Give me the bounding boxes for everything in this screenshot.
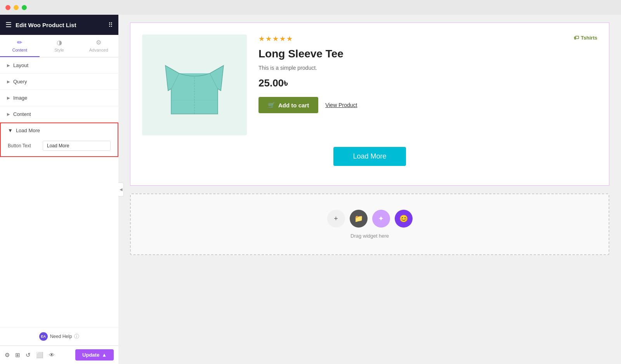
- star-4: ★: [279, 35, 286, 43]
- close-button[interactable]: [5, 5, 10, 10]
- category-icon: 🏷: [574, 35, 579, 41]
- ai-icon: 😊: [399, 214, 408, 223]
- price-amount: 25.00: [258, 77, 284, 89]
- ai-widget-button[interactable]: 😊: [395, 210, 413, 228]
- settings-icon[interactable]: ⚙: [5, 352, 10, 359]
- sidebar-sections: ▶ Layout ▶ Query ▶ Image ▶ Content ▼ Loa…: [0, 57, 118, 327]
- load-more-section-label: Load More: [16, 128, 40, 133]
- tab-advanced[interactable]: ⚙ Advanced: [79, 35, 118, 57]
- product-price: 25.00৳: [258, 77, 597, 89]
- help-icon: ⓘ: [74, 333, 79, 340]
- product-image-wrapper: [142, 35, 247, 135]
- image-arrow-icon: ▶: [7, 96, 10, 100]
- update-chevron-icon: ▲: [102, 352, 107, 358]
- button-text-field-row: Button Text: [8, 141, 111, 151]
- layout-arrow-icon: ▶: [7, 63, 10, 67]
- add-widget-button[interactable]: +: [327, 210, 345, 228]
- sidebar-tabs: ✏ Content ◑ Style ⚙ Advanced: [0, 35, 118, 57]
- history-icon[interactable]: ↺: [26, 352, 31, 359]
- titlebar: [0, 0, 621, 15]
- need-help-label: Need Help: [50, 334, 72, 339]
- product-description: This is a simple product.: [258, 65, 597, 71]
- product-image: [160, 46, 229, 124]
- tab-style[interactable]: ◑ Style: [40, 35, 79, 57]
- add-to-cart-button[interactable]: 🛒 Add to cart: [258, 97, 318, 113]
- product-section: ★ ★ ★ ★ ★ 🏷 Tshirts Long Sleeve Tee: [130, 22, 609, 186]
- eye-icon[interactable]: 👁: [49, 352, 55, 359]
- app-body: ☰ Edit Woo Product List ⠿ ✏ Content ◑ St…: [0, 15, 621, 364]
- button-text-input[interactable]: [43, 141, 111, 151]
- sidebar: ☰ Edit Woo Product List ⠿ ✏ Content ◑ St…: [0, 15, 118, 364]
- sidebar-header-left: ☰ Edit Woo Product List: [5, 21, 76, 29]
- style-tab-icon: ◑: [57, 39, 62, 46]
- sidebar-collapse-button[interactable]: ◀: [118, 183, 124, 197]
- product-card: ★ ★ ★ ★ ★ 🏷 Tshirts Long Sleeve Tee: [142, 35, 597, 135]
- need-help-section[interactable]: EA Need Help ⓘ: [0, 327, 118, 345]
- star-rating: ★ ★ ★ ★ ★: [258, 35, 293, 43]
- maximize-button[interactable]: [22, 5, 27, 10]
- cart-icon: 🛒: [268, 102, 275, 109]
- collapse-chevron-icon: ◀: [120, 187, 123, 191]
- magic-widget-button[interactable]: ✦: [372, 210, 390, 228]
- star-1: ★: [258, 35, 265, 43]
- hamburger-icon[interactable]: ☰: [5, 21, 12, 29]
- drag-widget-icons: + 📁 ✦ 😊: [327, 210, 413, 228]
- minimize-button[interactable]: [14, 5, 19, 10]
- load-more-section: Load More: [142, 135, 597, 174]
- query-arrow-icon: ▶: [7, 79, 10, 84]
- load-more-arrow-icon: ▼: [8, 128, 13, 133]
- currency-symbol: ৳: [284, 77, 288, 89]
- product-actions: 🛒 Add to cart View Product: [258, 97, 597, 113]
- advanced-tab-icon: ⚙: [96, 39, 101, 46]
- ea-badge: EA: [39, 332, 48, 341]
- tab-content[interactable]: ✏ Content: [0, 35, 40, 57]
- bottom-icons: ⚙ ⊞ ↺ ⬜ 👁: [5, 352, 55, 359]
- section-load-more: ▼ Load More Button Text: [0, 122, 118, 157]
- product-info: ★ ★ ★ ★ ★ 🏷 Tshirts Long Sleeve Tee: [258, 35, 597, 113]
- section-layout[interactable]: ▶ Layout: [0, 57, 118, 74]
- grid-icon[interactable]: ⠿: [108, 21, 113, 29]
- drag-widget-text: Drag widget here: [350, 233, 389, 239]
- section-content[interactable]: ▶ Content: [0, 106, 118, 122]
- content-tab-icon: ✏: [17, 39, 22, 46]
- add-to-cart-label: Add to cart: [278, 102, 309, 109]
- star-3: ★: [272, 35, 279, 43]
- view-product-link[interactable]: View Product: [325, 102, 357, 108]
- drag-widget-section: + 📁 ✦ 😊 Drag widget here: [130, 193, 609, 255]
- update-label: Update: [82, 352, 99, 358]
- section-query[interactable]: ▶ Query: [0, 74, 118, 90]
- responsive-icon[interactable]: ⬜: [36, 352, 43, 359]
- main-content: ★ ★ ★ ★ ★ 🏷 Tshirts Long Sleeve Tee: [118, 15, 621, 364]
- load-more-button[interactable]: Load More: [333, 147, 406, 166]
- star-2: ★: [265, 35, 272, 43]
- product-category: 🏷 Tshirts: [574, 35, 597, 41]
- magic-icon: ✦: [378, 214, 384, 223]
- product-name: Long Sleeve Tee: [258, 47, 597, 61]
- sidebar-title: Edit Woo Product List: [16, 22, 76, 28]
- section-image[interactable]: ▶ Image: [0, 90, 118, 106]
- folder-icon: 📁: [354, 214, 363, 223]
- category-label: Tshirts: [581, 35, 597, 41]
- sidebar-bottom: ⚙ ⊞ ↺ ⬜ 👁 Update ▲: [0, 345, 118, 364]
- load-more-body: Button Text: [1, 138, 118, 156]
- content-arrow-icon: ▶: [7, 112, 10, 116]
- button-text-label: Button Text: [8, 143, 39, 148]
- star-5: ★: [286, 35, 293, 43]
- update-button[interactable]: Update ▲: [75, 349, 114, 361]
- plus-icon: +: [334, 215, 338, 223]
- layers-icon[interactable]: ⊞: [15, 352, 20, 359]
- folder-widget-button[interactable]: 📁: [350, 210, 368, 228]
- sidebar-header: ☰ Edit Woo Product List ⠿: [0, 15, 118, 35]
- load-more-header[interactable]: ▼ Load More: [1, 123, 118, 138]
